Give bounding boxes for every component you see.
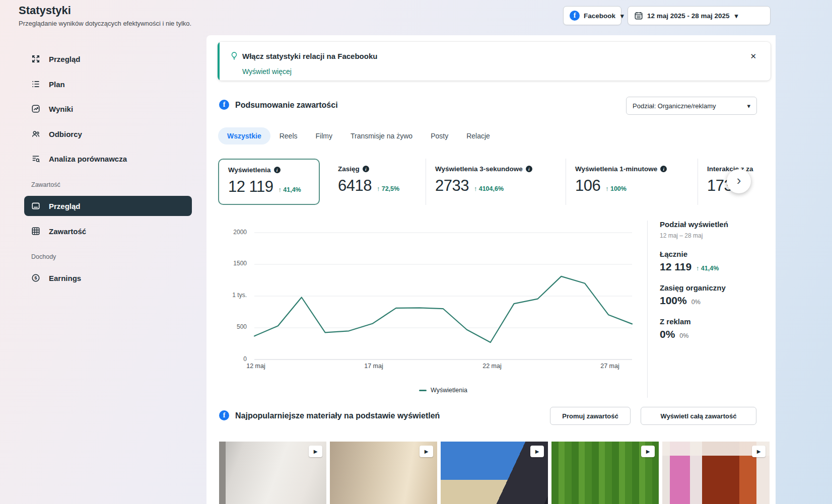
sidebar-item-label: Wyniki	[49, 105, 73, 113]
sidebar-item-label: Analiza porównawcza	[49, 155, 127, 163]
tab-relacje[interactable]: Relacje	[457, 127, 499, 145]
tab-transmisje-na-zywo[interactable]: Transmisje na żywo	[341, 127, 422, 145]
main-content-panel: Włącz statystyki relacji na Facebooku Wy…	[206, 35, 776, 504]
metric-value: 2733	[435, 177, 469, 195]
numbered-list-icon	[31, 80, 40, 89]
y-axis-tick: 500	[221, 323, 247, 330]
top-content-thumbnails: ▶ ▶ ▶ ▶ ▶	[219, 442, 770, 504]
breakdown-row-value: 12 119	[660, 261, 691, 273]
sidebar-item-label: Plan	[49, 80, 65, 89]
banner-title: Włącz statystyki relacji na Facebooku	[242, 52, 377, 60]
thumbnail-gallery-artwork[interactable]: ▶	[662, 442, 770, 504]
breakdown-row-label: Z reklam	[660, 317, 768, 326]
up-arrow-icon: ↑	[474, 185, 477, 192]
metric-label: Wyświetlenia 1-minutowe	[575, 165, 657, 173]
sidebar-item-wyniki[interactable]: Wyniki	[24, 99, 192, 119]
sidebar-item-earnings[interactable]: $ Earnings	[24, 268, 192, 288]
video-play-icon: ▶	[530, 446, 544, 457]
facebook-logo-icon: f	[219, 410, 229, 420]
sidebar-item-odbiorcy[interactable]: Odbiorcy	[24, 124, 192, 144]
calendar-icon	[634, 11, 643, 20]
breakdown-select-label: Podział: Organiczne/reklamy	[633, 102, 716, 110]
platform-selector-label: Facebook	[584, 12, 615, 20]
metric-cards-row: Wyświetleniai 12 119↑ 41,4% Zasięgi 6418…	[218, 159, 776, 205]
view-all-content-button[interactable]: Wyświetl całą zawartość	[641, 407, 756, 425]
sidebar-section-dochody: Dochody	[31, 253, 56, 260]
summary-section-title: Podsumowanie zawartości	[235, 101, 338, 110]
metric-card-wyswietlenia[interactable]: Wyświetleniai 12 119↑ 41,4%	[218, 159, 320, 205]
breakdown-row-label: Łącznie	[660, 250, 768, 258]
y-axis-tick: 0	[221, 355, 247, 363]
chevron-down-icon: ▾	[620, 12, 624, 20]
date-range-button[interactable]: 12 maj 2025 - 28 maj 2025 ▾	[628, 6, 771, 25]
metric-card-wyswietlenia-1-minutowe[interactable]: Wyświetlenia 1-minutowei 106↑ 100%	[566, 159, 698, 205]
chevron-down-icon: ▾	[735, 12, 738, 20]
metric-change: 100%	[610, 185, 627, 192]
sidebar-item-przeglad[interactable]: Przegląd	[24, 49, 192, 69]
chart-legend: Wyświetlenia	[254, 387, 632, 394]
tab-filmy[interactable]: Filmy	[307, 127, 341, 145]
x-axis-tick: 12 maj	[241, 363, 271, 370]
metric-card-zasieg[interactable]: Zasięgi 6418↑ 72,5%	[329, 159, 426, 205]
stories-insights-banner: Włącz statystyki relacji na Facebooku Wy…	[218, 42, 771, 81]
sidebar-item-label: Earnings	[49, 274, 81, 282]
metric-value: 6418	[338, 177, 372, 195]
thumbnail-green-hedge-trees[interactable]: ▶	[551, 442, 659, 504]
tab-reels[interactable]: Reels	[270, 127, 307, 145]
sidebar-item-label: Odbiorcy	[49, 130, 82, 138]
metric-card-wyswietlenia-3-sekundowe[interactable]: Wyświetlenia 3-sekundowei 2733↑ 4104,6%	[426, 159, 566, 205]
thumbnail-living-room-interior[interactable]: ▶	[219, 442, 326, 504]
metric-change: 41,4%	[283, 186, 301, 193]
y-axis-tick: 2000	[221, 229, 247, 236]
thumbnail-beige-bathroom-interior[interactable]: ▶	[330, 442, 437, 504]
metric-change: 4104,6%	[479, 185, 504, 192]
breakdown-title: Podział wyświetleń	[660, 220, 768, 229]
up-arrow-icon: ↑	[696, 265, 699, 272]
platform-selector-button[interactable]: f Facebook ▾	[563, 6, 621, 25]
sidebar-item-label: Zawartość	[49, 227, 86, 236]
video-play-icon: ▶	[752, 446, 766, 457]
info-icon[interactable]: i	[526, 166, 532, 172]
metric-change: 72,5%	[382, 185, 399, 192]
top-content-title: Najpopularniejsze materiały na podstawie…	[235, 411, 440, 420]
benchmark-search-icon	[31, 154, 40, 163]
views-line-chart	[254, 233, 632, 359]
dollar-circle-icon: $	[31, 273, 40, 282]
up-arrow-icon: ↑	[377, 185, 380, 192]
x-axis-tick: 22 maj	[477, 363, 507, 370]
content-type-tabs: Wszystkie Reels Filmy Transmisje na żywo…	[218, 127, 499, 145]
metric-value: 106	[575, 177, 600, 195]
sidebar-item-label: Przegląd	[49, 55, 81, 63]
breakdown-select[interactable]: Podział: Organiczne/reklamy ▾	[626, 97, 757, 115]
sidebar-item-zawartosc-przeglad[interactable]: Przegląd	[24, 196, 192, 216]
sidebar-item-zawartosc-zawartosc[interactable]: Zawartość	[24, 221, 192, 241]
info-icon[interactable]: i	[274, 167, 281, 173]
close-icon[interactable]: ✕	[750, 52, 756, 61]
lightbulb-icon	[230, 51, 239, 60]
page-title: Statystyki	[19, 4, 71, 17]
x-axis-tick: 17 maj	[359, 363, 389, 370]
vertical-divider	[647, 221, 648, 398]
sidebar-item-analiza-porownawcza[interactable]: Analiza porównawcza	[24, 149, 192, 169]
up-arrow-icon: ↑	[279, 186, 282, 193]
tab-posty[interactable]: Posty	[422, 127, 457, 145]
grid-icon	[31, 227, 40, 236]
promote-content-button[interactable]: Promuj zawartość	[550, 407, 631, 425]
y-axis-tick: 1 tys.	[221, 292, 247, 299]
tab-wszystkie[interactable]: Wszystkie	[218, 127, 270, 145]
breakdown-row-value: 0%	[660, 328, 675, 340]
info-icon[interactable]: i	[660, 166, 667, 172]
breakdown-date-range: 12 maj – 28 maj	[660, 232, 768, 239]
views-breakdown-panel: Podział wyświetleń 12 maj – 28 maj Łączn…	[660, 220, 768, 340]
video-play-icon: ▶	[641, 446, 655, 457]
info-icon[interactable]: i	[363, 166, 369, 172]
sidebar-item-plan[interactable]: Plan	[24, 74, 192, 94]
banner-see-more-link[interactable]: Wyświetl więcej	[242, 67, 292, 76]
thumbnail-building-exterior[interactable]: ▶	[441, 442, 548, 504]
metrics-scroll-right-button[interactable]: ›	[727, 169, 751, 193]
breakdown-row-change: 0%	[691, 299, 701, 306]
breakdown-row-change: 41,4%	[701, 265, 719, 272]
audience-people-icon	[31, 129, 40, 138]
metric-label: Zasięg	[338, 165, 360, 173]
sidebar-section-zawartosc: Zawartość	[31, 181, 60, 188]
